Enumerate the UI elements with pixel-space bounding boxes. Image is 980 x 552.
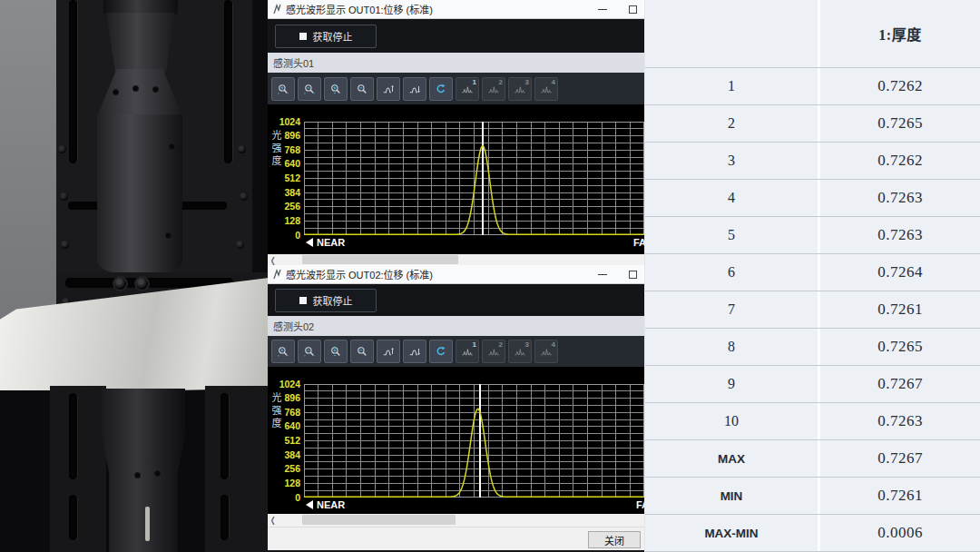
waveform-1-button[interactable]: 1 (456, 340, 479, 363)
scrollbar-thumb[interactable] (302, 255, 458, 264)
waveform-chart-panel: 光强度 10248967686405123842561280 NEAR FAR (268, 104, 644, 254)
zoom-in-horizontal-button[interactable] (271, 77, 295, 101)
window-titlebar[interactable]: 感光波形显示 OUT01:位移 (标准) (268, 0, 644, 19)
y-tick-label: 0 (270, 231, 300, 241)
zoom-in-vertical-icon (330, 344, 341, 359)
refresh-button[interactable] (429, 77, 453, 101)
peak-up-button[interactable] (377, 77, 400, 101)
y-tick-label: 896 (270, 131, 300, 141)
sensor-head-bar: 感测头02 (268, 316, 644, 336)
photo-top-sensor-neck (103, 13, 178, 73)
close-button[interactable]: 关闭 (588, 531, 641, 548)
minimize-button[interactable] (598, 274, 607, 275)
photo-slot (220, 495, 229, 540)
stop-acquisition-button[interactable]: 获取停止 (275, 25, 377, 48)
waveform-4-icon (541, 344, 552, 359)
photo-vent-hole (154, 470, 161, 477)
maximize-button[interactable] (629, 271, 637, 279)
app-icon (273, 269, 281, 280)
y-tick-label: 1024 (270, 380, 300, 389)
y-tick-label: 896 (270, 393, 300, 403)
table-row: MAX-MIN0.0006 (645, 515, 980, 552)
y-tick-label: 128 (270, 478, 300, 488)
stop-icon (299, 33, 307, 40)
photo-bottom-sensor (102, 389, 185, 552)
header-index-cell (645, 0, 818, 67)
peak-up-button[interactable] (377, 340, 400, 363)
photo-vent-hole (113, 89, 119, 95)
measurement-value-cell: 0.7267 (818, 440, 980, 477)
table-row: 90.7267 (645, 366, 980, 403)
cursor-line[interactable] (479, 384, 481, 498)
refresh-icon (436, 82, 446, 96)
photo-vent-hole (152, 86, 159, 93)
waveform-2-button[interactable]: 2 (482, 340, 505, 363)
waveform-3-button[interactable]: 3 (508, 77, 532, 101)
waveform-3-button[interactable]: 3 (508, 340, 532, 363)
zoom-out-horizontal-button[interactable] (298, 340, 321, 363)
measurement-value-cell: 0.7267 (818, 366, 980, 402)
maximize-button[interactable] (629, 5, 637, 14)
photo-screw-hole (236, 241, 244, 249)
window-footer: 关闭 (268, 527, 644, 550)
scroll-left-arrow-icon[interactable]: ❬ (270, 514, 277, 527)
near-label: NEAR (306, 499, 345, 510)
photo-vent-hole (165, 232, 172, 239)
zoom-in-vertical-button[interactable] (324, 77, 348, 101)
y-tick-label: 640 (270, 421, 300, 431)
table-row: 60.7264 (645, 254, 980, 291)
photo-hex-screw (134, 276, 150, 291)
waveform-2-button[interactable]: 2 (482, 77, 505, 101)
peak-up-icon (383, 344, 394, 359)
scrollbar-thumb[interactable] (302, 515, 456, 525)
refresh-button[interactable] (429, 340, 453, 363)
zoom-out-horizontal-icon (304, 82, 315, 96)
measurement-value-cell: 0.7265 (818, 105, 980, 142)
near-text: NEAR (317, 499, 345, 510)
waveform-number-badge: 2 (499, 78, 503, 86)
near-arrow-icon (306, 238, 313, 247)
waveform-window-out01: 感光波形显示 OUT01:位移 (标准) 获取停止 感测头01 1234 光强度… (268, 0, 644, 265)
photo-slot (69, 0, 77, 163)
waveform-2-icon (488, 82, 499, 96)
horizontal-scrollbar[interactable]: ❬ (268, 254, 644, 265)
photo-screw-hole (61, 241, 69, 249)
zoom-in-horizontal-button[interactable] (271, 340, 295, 363)
waveform-plot (304, 384, 644, 501)
waveform-4-button[interactable]: 4 (534, 77, 558, 101)
window-titlebar[interactable]: 感光波形显示 OUT02:位移 (标准) (268, 265, 644, 284)
zoom-out-vertical-button[interactable] (350, 77, 374, 101)
waveform-chart-panel: 光强度 10248967686405123842561280 NEAR FAR (268, 367, 644, 514)
refresh-icon (436, 344, 446, 359)
waveform-1-button[interactable]: 1 (456, 77, 479, 101)
near-arrow-icon (306, 500, 313, 509)
y-tick-label: 640 (270, 159, 300, 169)
cursor-line[interactable] (482, 122, 484, 235)
far-label: FAR (633, 237, 644, 248)
stop-acquisition-button[interactable]: 获取停止 (275, 289, 377, 312)
zoom-in-horizontal-icon (278, 82, 289, 96)
y-tick-label: 384 (270, 450, 300, 460)
sensor-head-label: 感测头02 (273, 319, 314, 333)
zoom-in-vertical-button[interactable] (324, 340, 348, 363)
waveform-4-button[interactable]: 4 (534, 340, 558, 363)
measurement-index-cell: 5 (645, 217, 818, 253)
zoom-out-horizontal-button[interactable] (298, 77, 321, 101)
waveform-number-badge: 4 (552, 78, 555, 86)
peak-down-icon (409, 344, 420, 359)
measurement-value-cell: 0.7262 (818, 68, 980, 104)
peak-down-icon (409, 82, 420, 96)
minimize-button[interactable] (598, 9, 607, 10)
photo-lower-pillar (205, 386, 272, 552)
measurement-index-cell: 9 (645, 366, 818, 402)
zoom-in-vertical-icon (330, 82, 341, 96)
zoom-out-vertical-button[interactable] (350, 340, 374, 363)
scroll-left-arrow-icon[interactable]: ❬ (270, 254, 277, 265)
peak-down-button[interactable] (403, 77, 426, 101)
peak-down-button[interactable] (403, 340, 426, 363)
horizontal-scrollbar[interactable]: ❬ (268, 514, 644, 527)
header-value-cell: 1:厚度 (818, 0, 980, 67)
sensor-head-bar: 感测头01 (268, 53, 644, 73)
measurement-value-cell: 0.0006 (818, 515, 980, 551)
far-label: FAR (636, 499, 644, 510)
